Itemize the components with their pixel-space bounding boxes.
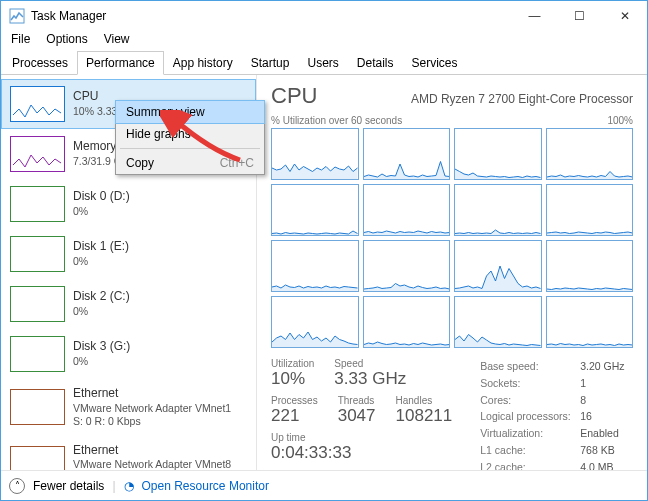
sidebar-item-label: Disk 0 (D:): [73, 189, 247, 205]
sidebar-item-disk-5[interactable]: Disk 3 (G:)0%: [1, 329, 256, 379]
cpu-core-chart-5: [363, 184, 451, 236]
cpu-core-chart-6: [454, 184, 542, 236]
cpu-model: AMD Ryzen 7 2700 Eight-Core Processor: [411, 92, 633, 106]
cpu-core-chart-14: [454, 296, 542, 348]
cpu-core-chart-1: [363, 128, 451, 180]
info-row: Base speed:3.20 GHz: [480, 358, 624, 375]
tab-performance[interactable]: Performance: [77, 51, 164, 75]
titlebar[interactable]: Task Manager — ☐ ✕: [1, 1, 647, 31]
main-panel: CPU AMD Ryzen 7 2700 Eight-Core Processo…: [257, 75, 647, 470]
hnd-label: Handles: [396, 395, 453, 406]
sidebar-item-label: Ethernet: [73, 386, 247, 402]
perfmon-icon: ◔: [124, 479, 134, 493]
info-row: Logical processors:16: [480, 408, 624, 425]
info-row: Virtualization:Enabled: [480, 425, 624, 442]
util-label: Utilization: [271, 358, 314, 369]
cpu-info-table: Base speed:3.20 GHzSockets:1Cores:8Logic…: [480, 358, 624, 470]
cpu-core-chart-2: [454, 128, 542, 180]
svg-marker-6: [364, 231, 450, 235]
cpu-core-chart-9: [363, 240, 451, 292]
menu-file[interactable]: File: [5, 31, 36, 51]
cpu-charts-grid[interactable]: [271, 128, 633, 348]
sidebar-item-label: Ethernet: [73, 443, 247, 459]
footer: ˄ Fewer details | ◔ Open Resource Monito…: [1, 470, 647, 500]
svg-marker-3: [455, 169, 541, 179]
tabstrip: Processes Performance App history Startu…: [1, 51, 647, 75]
menubar: File Options View: [1, 31, 647, 51]
proc-label: Processes: [271, 395, 318, 406]
speed-label: Speed: [334, 358, 406, 369]
svg-marker-11: [455, 266, 541, 291]
cpu-core-chart-11: [546, 240, 634, 292]
minimize-button[interactable]: —: [512, 1, 557, 31]
menu-view[interactable]: View: [98, 31, 136, 51]
tab-services[interactable]: Services: [403, 51, 467, 75]
thumb-icon: [10, 236, 65, 272]
up-label: Up time: [271, 432, 452, 443]
speed-value: 3.33 GHz: [334, 369, 406, 389]
thumb-icon: [10, 336, 65, 372]
chevron-up-icon[interactable]: ˄: [9, 478, 25, 494]
tab-app-history[interactable]: App history: [164, 51, 242, 75]
sidebar-item-label: Disk 2 (C:): [73, 289, 247, 305]
thumb-icon: [10, 186, 65, 222]
tab-startup[interactable]: Startup: [242, 51, 299, 75]
util-value: 10%: [271, 369, 314, 389]
thumb-icon: [10, 446, 65, 470]
cpu-core-chart-7: [546, 184, 634, 236]
cpu-core-chart-12: [271, 296, 359, 348]
up-value: 0:04:33:33: [271, 443, 452, 463]
thumb-icon: [10, 86, 65, 122]
thr-value: 3047: [338, 406, 376, 426]
app-icon: [9, 8, 25, 24]
info-row: L2 cache:4.0 MB: [480, 459, 624, 470]
cpu-core-chart-0: [271, 128, 359, 180]
proc-value: 221: [271, 406, 318, 426]
cpu-core-chart-4: [271, 184, 359, 236]
sidebar-item-disk-4[interactable]: Disk 2 (C:)0%: [1, 279, 256, 329]
task-manager-window: Task Manager — ☐ ✕ File Options View Pro…: [0, 0, 648, 501]
sidebar-item-label: Disk 1 (E:): [73, 239, 247, 255]
thumb-icon: [10, 286, 65, 322]
main-title: CPU: [271, 83, 317, 109]
tab-details[interactable]: Details: [348, 51, 403, 75]
thumb-icon: [10, 136, 65, 172]
info-row: Sockets:1: [480, 375, 624, 392]
chart-label: % Utilization over 60 seconds: [271, 115, 402, 126]
sidebar-item-disk-3[interactable]: Disk 1 (E:)0%: [1, 229, 256, 279]
thr-label: Threads: [338, 395, 376, 406]
sidebar-item-eth-6[interactable]: EthernetVMware Network Adapter VMnet1S: …: [1, 379, 256, 436]
thumb-icon: [10, 389, 65, 425]
close-button[interactable]: ✕: [602, 1, 647, 31]
info-row: Cores:8: [480, 392, 624, 409]
maximize-button[interactable]: ☐: [557, 1, 602, 31]
sidebar-item-disk-2[interactable]: Disk 0 (D:)0%: [1, 179, 256, 229]
svg-marker-1: [272, 164, 358, 179]
fewer-details-link[interactable]: Fewer details: [33, 479, 104, 493]
annotation-arrow: [160, 110, 250, 170]
sidebar-item-eth-7[interactable]: EthernetVMware Network Adapter VMnet8S: …: [1, 436, 256, 470]
open-resource-monitor-link[interactable]: Open Resource Monitor: [142, 479, 269, 493]
sidebar-item-label: Disk 3 (G:): [73, 339, 247, 355]
tab-processes[interactable]: Processes: [3, 51, 77, 75]
cpu-core-chart-10: [454, 240, 542, 292]
cpu-core-chart-3: [546, 128, 634, 180]
hnd-value: 108211: [396, 406, 453, 426]
tab-users[interactable]: Users: [298, 51, 347, 75]
cpu-core-chart-8: [271, 240, 359, 292]
window-title: Task Manager: [31, 9, 512, 23]
cpu-core-chart-15: [546, 296, 634, 348]
chart-max: 100%: [607, 115, 633, 126]
cpu-core-chart-13: [363, 296, 451, 348]
info-row: L1 cache:768 KB: [480, 442, 624, 459]
menu-options[interactable]: Options: [40, 31, 93, 51]
